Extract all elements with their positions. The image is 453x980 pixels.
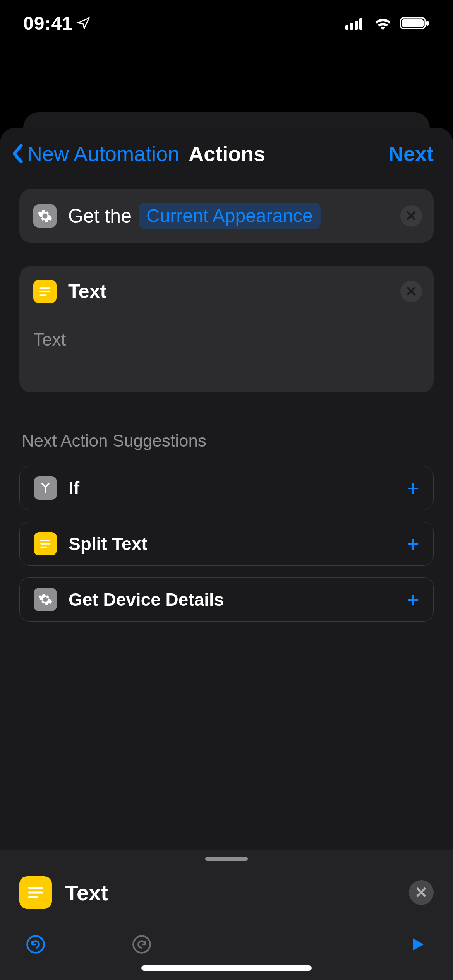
status-bar: 09:41	[0, 0, 453, 46]
svg-rect-1	[350, 23, 353, 30]
redo-button	[129, 932, 154, 957]
suggestion-label: Split Text	[69, 533, 148, 554]
text-document-icon	[34, 532, 57, 555]
branch-icon	[34, 476, 57, 500]
back-label: New Automation	[27, 142, 179, 166]
svg-rect-3	[359, 18, 362, 30]
suggestion-device-details[interactable]: Get Device Details +	[19, 577, 434, 622]
add-suggestion-button[interactable]: +	[407, 476, 419, 501]
suggestion-label: Get Device Details	[69, 589, 224, 610]
settings-gear-icon	[33, 204, 57, 228]
next-button[interactable]: Next	[388, 142, 434, 166]
bottom-panel-title: Text	[65, 880, 108, 905]
wifi-icon	[373, 16, 393, 30]
bottom-panel[interactable]: Text ✕	[0, 850, 453, 980]
suggestion-if[interactable]: If +	[19, 466, 434, 510]
page-title: Actions	[189, 142, 265, 166]
svg-rect-5	[402, 19, 424, 27]
action-card-text[interactable]: Text ✕ Text	[19, 266, 434, 392]
action-title: Text	[68, 280, 106, 303]
delete-action-button[interactable]: ✕	[400, 205, 422, 227]
suggestion-label: If	[69, 478, 79, 499]
svg-rect-2	[355, 21, 358, 30]
close-icon: ✕	[415, 884, 428, 901]
suggestions-header: Next Action Suggestions	[22, 431, 431, 451]
back-button[interactable]: New Automation	[12, 142, 179, 166]
text-document-icon	[33, 280, 57, 303]
text-document-icon	[19, 876, 52, 909]
location-arrow-icon	[77, 16, 91, 30]
action-row: Get the Current Appearance ✕	[19, 189, 434, 243]
status-time-group: 09:41	[23, 13, 91, 34]
bottom-row: Text ✕	[0, 861, 453, 924]
dismiss-panel-button[interactable]: ✕	[409, 880, 434, 905]
add-suggestion-button[interactable]: +	[407, 587, 419, 612]
chevron-left-icon	[12, 144, 23, 163]
nav-bar: New Automation Actions Next	[0, 128, 453, 173]
close-icon: ✕	[405, 283, 417, 300]
home-indicator[interactable]	[141, 965, 312, 971]
delete-action-button[interactable]: ✕	[400, 281, 422, 302]
action-card-get-appearance[interactable]: Get the Current Appearance ✕	[19, 189, 434, 243]
status-time: 09:41	[23, 13, 73, 34]
close-icon: ✕	[405, 207, 417, 224]
undo-button[interactable]	[23, 932, 48, 957]
suggestion-split-text[interactable]: Split Text +	[19, 522, 434, 566]
status-icons	[345, 16, 430, 30]
battery-icon	[400, 16, 430, 30]
svg-rect-6	[426, 21, 429, 26]
add-suggestion-button[interactable]: +	[407, 531, 419, 557]
action-prefix-text: Get the	[68, 205, 132, 227]
content-area: Get the Current Appearance ✕ Text	[0, 173, 453, 633]
cellular-icon	[345, 17, 366, 30]
svg-rect-0	[345, 25, 348, 30]
action-parameter-pill[interactable]: Current Appearance	[139, 203, 321, 229]
action-row: Text ✕	[19, 266, 434, 317]
text-placeholder: Text	[33, 329, 66, 350]
text-input-area[interactable]: Text	[19, 317, 434, 392]
settings-gear-icon	[34, 588, 57, 611]
toolbar	[0, 924, 453, 980]
grabber-handle[interactable]	[205, 857, 248, 861]
run-button[interactable]	[405, 932, 430, 957]
